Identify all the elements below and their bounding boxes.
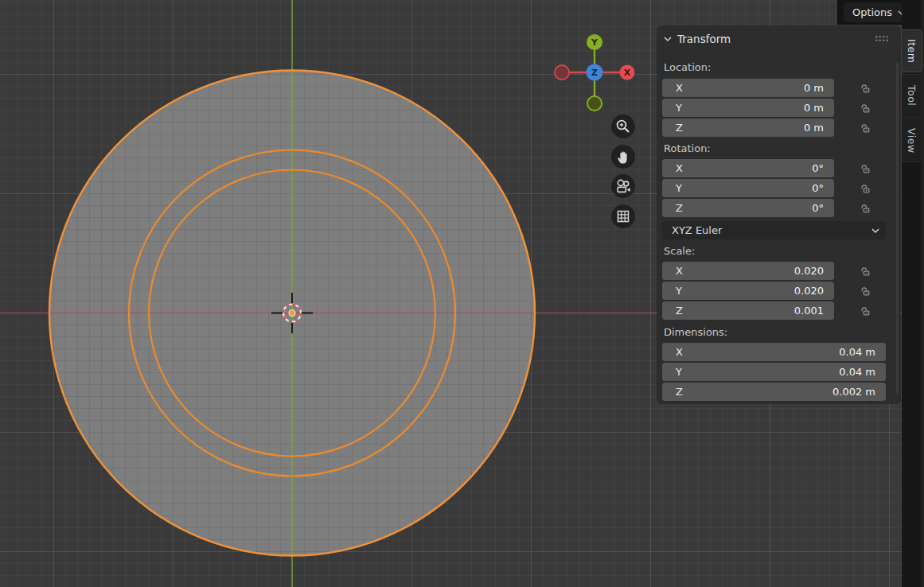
- location-z-unlock-icon[interactable]: [860, 122, 871, 133]
- panel-title: Transform: [677, 33, 731, 45]
- axis-label: X: [662, 82, 683, 94]
- transform-panel: Transform Location: X 0 m Y 0 m Z 0 m Ro…: [657, 26, 900, 403]
- object-origin-dot: [289, 310, 295, 317]
- axis-label: Z: [662, 305, 683, 317]
- gizmo-x-ball[interactable]: X: [620, 65, 635, 80]
- scale-y-unlock-icon[interactable]: [860, 285, 871, 296]
- axis-label: Z: [662, 122, 683, 134]
- axis-label: X: [662, 346, 683, 358]
- dimensions-label: Dimensions:: [664, 326, 727, 338]
- zoom-icon: [615, 119, 631, 134]
- rotation-mode-dropdown[interactable]: XYZ Euler: [662, 221, 886, 239]
- dimensions-y-field[interactable]: Y 0.04 m: [662, 363, 886, 381]
- rotation-label: Rotation:: [664, 142, 711, 154]
- field-value: 0 m: [804, 122, 834, 134]
- axis-label: Z: [662, 202, 683, 214]
- axis-gizmo[interactable]: Y Z X: [549, 24, 645, 115]
- dimensions-z-field[interactable]: Z 0.002 m: [662, 383, 886, 401]
- options-label: Options: [852, 6, 892, 18]
- gizmo-x-label: X: [624, 68, 631, 78]
- field-value: 0°: [812, 162, 834, 174]
- location-x-field[interactable]: X 0 m: [662, 79, 834, 97]
- panel-scrollbar[interactable]: [896, 62, 899, 394]
- axis-label: Y: [662, 182, 682, 194]
- field-value: 0.002 m: [832, 386, 886, 398]
- scale-x-unlock-icon[interactable]: [860, 265, 871, 276]
- location-z-field[interactable]: Z 0 m: [662, 119, 834, 137]
- rotation-y-unlock-icon[interactable]: [860, 182, 871, 193]
- scale-y-field[interactable]: Y 0.020: [662, 282, 834, 300]
- field-value: 0.020: [794, 265, 834, 277]
- chevron-down-icon: [871, 228, 879, 233]
- axis-label: Z: [662, 386, 683, 398]
- location-y-unlock-icon[interactable]: [860, 102, 871, 113]
- axis-label: Y: [662, 366, 682, 378]
- dimensions-x-field[interactable]: X 0.04 m: [662, 343, 886, 361]
- grid-icon: [615, 208, 631, 224]
- axis-label: Y: [662, 285, 682, 297]
- panel-header[interactable]: Transform: [664, 33, 731, 45]
- rotation-z-field[interactable]: Z 0°: [662, 199, 834, 217]
- pan-hand-icon: [615, 149, 631, 165]
- field-value: 0.04 m: [839, 366, 886, 378]
- scale-z-field[interactable]: Z 0.001: [662, 301, 834, 320]
- gizmo-neg-x-ball[interactable]: [555, 65, 569, 80]
- rotation-x-unlock-icon[interactable]: [860, 162, 871, 173]
- gizmo-z-label: Z: [591, 68, 598, 78]
- tab-tool-label: Tool: [906, 85, 918, 106]
- rotation-mode-value: XYZ Euler: [662, 224, 722, 236]
- location-x-unlock-icon[interactable]: [860, 82, 871, 93]
- field-value: 0 m: [804, 82, 834, 94]
- pan-button[interactable]: [611, 145, 635, 169]
- rotation-y-field[interactable]: Y 0°: [662, 179, 834, 197]
- field-value: 0.001: [794, 305, 834, 317]
- scale-x-field[interactable]: X 0.020: [662, 262, 834, 280]
- axis-label: X: [662, 162, 683, 174]
- panel-collapse-chevron-icon: [664, 36, 672, 42]
- field-value: 0 m: [804, 102, 834, 114]
- ortho-toggle-button[interactable]: [611, 204, 635, 228]
- rotation-x-field[interactable]: X 0°: [662, 159, 834, 177]
- gizmo-z-ball[interactable]: Z: [587, 64, 603, 81]
- tab-view[interactable]: View: [902, 119, 922, 162]
- gizmo-y-label: Y: [591, 37, 598, 48]
- scale-z-unlock-icon[interactable]: [860, 305, 871, 316]
- camera-icon: [615, 178, 631, 194]
- location-y-field[interactable]: Y 0 m: [662, 99, 834, 117]
- tab-tool[interactable]: Tool: [902, 74, 922, 118]
- tab-item-label: Item: [906, 39, 918, 63]
- camera-view-button[interactable]: [611, 174, 635, 198]
- scale-label: Scale:: [664, 245, 695, 257]
- axis-label: X: [662, 265, 683, 277]
- gizmo-neg-y-ball[interactable]: [587, 96, 602, 111]
- zoom-button[interactable]: [611, 115, 635, 138]
- field-value: 0.04 m: [839, 346, 886, 358]
- field-value: 0°: [812, 202, 834, 214]
- sidebar-tab-strip: Item Tool View: [902, 0, 924, 587]
- axis-label: Y: [662, 102, 682, 114]
- location-label: Location:: [664, 61, 711, 73]
- panel-drag-handle-icon[interactable]: [875, 35, 889, 41]
- field-value: 0.020: [794, 285, 834, 297]
- rotation-z-unlock-icon[interactable]: [860, 202, 871, 213]
- gizmo-y-ball[interactable]: Y: [587, 34, 602, 50]
- tab-view-label: View: [906, 128, 918, 154]
- field-value: 0°: [812, 182, 834, 194]
- tab-item[interactable]: Item: [902, 29, 922, 72]
- blender-3d-viewport: Y Z X: [0, 0, 924, 587]
